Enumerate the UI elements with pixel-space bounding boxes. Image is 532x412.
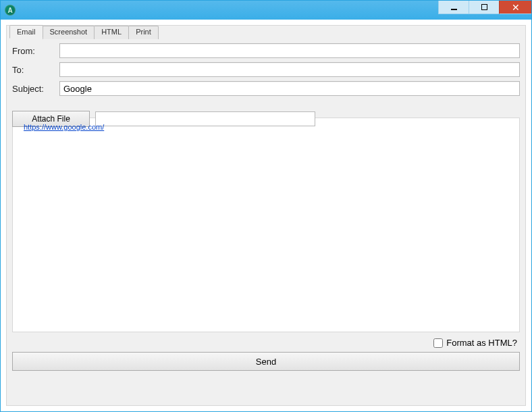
app-icon-letter: A xyxy=(7,7,12,14)
tab-strip: Email Screenshot HTML Print xyxy=(9,24,158,38)
to-input[interactable] xyxy=(59,62,520,77)
titlebar-left: A xyxy=(5,5,16,16)
body-link[interactable]: https://www.google.com/ xyxy=(24,123,104,131)
subject-input[interactable] xyxy=(59,81,520,96)
send-button[interactable]: Send xyxy=(12,352,520,371)
tab-html[interactable]: HTML xyxy=(94,26,129,39)
content-area: Email Screenshot HTML Print From: To: Su… xyxy=(1,20,531,411)
format-html-label: Format as HTML? xyxy=(446,338,517,348)
options-row: Format as HTML? xyxy=(12,332,520,352)
window: A ✕ Email Screenshot HTML Print From: xyxy=(0,0,532,412)
subject-label: Subject: xyxy=(12,84,59,94)
to-label: To: xyxy=(12,65,59,75)
window-controls: ✕ xyxy=(438,1,531,20)
tab-print[interactable]: Print xyxy=(128,26,159,39)
subject-row: Subject: xyxy=(12,81,520,96)
from-input[interactable] xyxy=(59,43,520,58)
minimize-icon xyxy=(451,9,457,10)
tab-label: Screenshot xyxy=(50,28,88,36)
tab-label: Email xyxy=(17,28,36,36)
close-icon: ✕ xyxy=(512,3,520,12)
from-row: From: xyxy=(12,43,520,58)
to-row: To: xyxy=(12,62,520,77)
titlebar: A ✕ xyxy=(1,1,531,20)
message-body[interactable]: https://www.google.com/ xyxy=(12,118,520,332)
tab-email[interactable]: Email xyxy=(9,25,43,38)
maximize-icon xyxy=(481,4,487,10)
attach-path-input[interactable] xyxy=(95,111,315,126)
minimize-button[interactable] xyxy=(438,1,469,14)
send-button-label: Send xyxy=(256,357,276,367)
panel: Email Screenshot HTML Print From: To: Su… xyxy=(6,25,526,406)
tab-label: HTML xyxy=(101,28,122,36)
from-label: From: xyxy=(12,46,59,56)
app-icon: A xyxy=(5,5,16,16)
format-html-checkbox[interactable] xyxy=(433,338,443,348)
format-html-option[interactable]: Format as HTML? xyxy=(433,338,517,348)
close-button[interactable]: ✕ xyxy=(499,1,531,14)
tab-screenshot[interactable]: Screenshot xyxy=(43,26,95,39)
tab-label: Print xyxy=(136,28,151,36)
tab-body: From: To: Subject: Attach File xyxy=(12,43,520,371)
maximize-button[interactable] xyxy=(469,1,499,14)
